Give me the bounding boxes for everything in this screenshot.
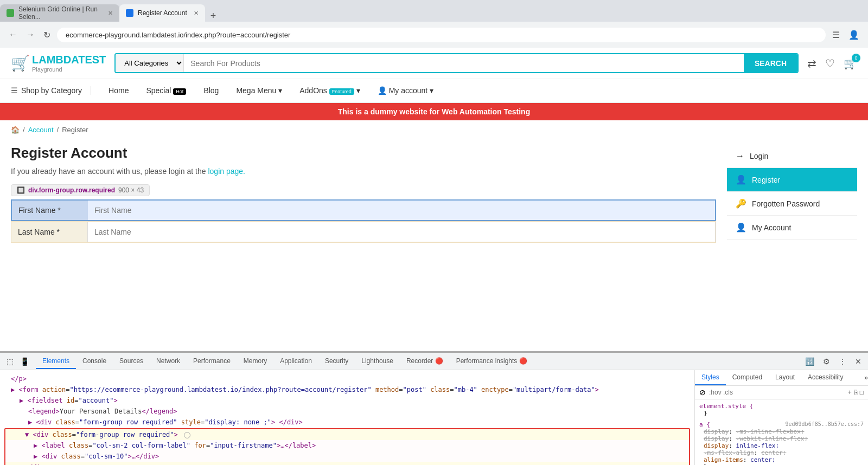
home-icon[interactable]: 🏠 xyxy=(11,126,20,134)
devtools-tab-memory[interactable]: Memory xyxy=(237,354,273,369)
nav-my-account[interactable]: 👤 My account ▾ xyxy=(369,80,442,101)
copy-style-button[interactable]: ⎘ xyxy=(854,389,858,396)
reload-button[interactable]: ↻ xyxy=(41,28,53,42)
register-tab-close[interactable]: ✕ xyxy=(194,10,199,17)
breadcrumb-separator-2: / xyxy=(57,126,59,134)
add-style-button[interactable]: + xyxy=(848,389,852,396)
styles-filter-bar: ⊘ + ⎘ □ xyxy=(695,386,868,399)
prop-display-webkit: display: -webkit-inline-flex; xyxy=(704,435,864,442)
devtools-settings-button[interactable]: ⚙ xyxy=(821,356,832,367)
styles-tab-computed[interactable]: Computed xyxy=(726,370,769,385)
register-favicon xyxy=(126,9,133,17)
search-button[interactable]: SEARCH xyxy=(744,54,797,72)
main-content: Register Account If you already have an … xyxy=(11,145,716,318)
filter-icon: ⊘ xyxy=(699,388,706,397)
devtools-inspect-icon[interactable]: ⬚ xyxy=(4,356,16,367)
nav-mega-menu[interactable]: Mega Menu ▾ xyxy=(227,80,291,101)
elements-panel: </p> ▶ <form action="https://ecommerce-p… xyxy=(0,370,694,465)
nav-home[interactable]: Home xyxy=(100,80,137,101)
header-icons: ⇄ ♡ 🛒 0 xyxy=(807,57,857,70)
back-button[interactable]: ← xyxy=(7,28,20,42)
devtools-more-button[interactable]: ⋮ xyxy=(837,356,848,367)
cart-button[interactable]: 🛒 0 xyxy=(844,57,857,70)
styles-expand-button[interactable]: » xyxy=(864,370,868,385)
code-line-div-selected[interactable]: ▼ <div class="form-group row required"> xyxy=(5,429,689,440)
devtools-tab-lighthouse[interactable]: Lighthouse xyxy=(355,354,400,369)
tab-register[interactable]: Register Account ✕ xyxy=(119,4,205,22)
shop-by-category[interactable]: ☰ Shop by Category xyxy=(11,86,91,95)
code-line-legend: <legend>Your Personal Details</legend> xyxy=(0,406,694,417)
cart-badge: 0 xyxy=(852,54,860,62)
sidebar-item-login[interactable]: → Login xyxy=(727,145,857,168)
tab-selenium[interactable]: Selenium Grid Online | Run Selen... ✕ xyxy=(0,4,119,22)
devtools-tab-performance-insights[interactable]: Performance insights 🔴 xyxy=(450,354,534,369)
devtools-tab-sources[interactable]: Sources xyxy=(113,354,150,369)
breadcrumb-account[interactable]: Account xyxy=(28,126,54,134)
extensions-button[interactable]: ☰ xyxy=(830,28,842,42)
devtools-body: </p> ▶ <form action="https://ecommerce-p… xyxy=(0,370,868,465)
devtools-tab-recorder[interactable]: Recorder 🔴 xyxy=(400,354,450,369)
code-line-p-close: </p> xyxy=(0,373,694,384)
lastname-input[interactable] xyxy=(87,222,716,242)
new-tab-button[interactable]: + xyxy=(207,10,220,22)
circle-button[interactable] xyxy=(184,432,190,438)
devtools-tab-console[interactable]: Console xyxy=(76,354,113,369)
devtools-tab-performance[interactable]: Performance xyxy=(187,354,237,369)
nav-special[interactable]: SpecialHot xyxy=(137,80,195,101)
compare-button[interactable]: ⇄ xyxy=(807,57,816,70)
styles-tab-accessibility[interactable]: Accessibility xyxy=(801,370,850,385)
devtools-tab-security[interactable]: Security xyxy=(318,354,355,369)
address-input[interactable] xyxy=(57,28,826,42)
nav-blog[interactable]: Blog xyxy=(195,80,227,101)
firstname-input[interactable] xyxy=(88,201,715,220)
element-name: div.form-group.row.required xyxy=(28,186,115,194)
site-header: 🛒 LAMBDATEST Playground All Categories S… xyxy=(0,48,868,79)
category-select[interactable]: All Categories xyxy=(116,54,184,72)
sidebar-item-forgotten-password[interactable]: 🔑 Forgotten Password xyxy=(727,192,857,216)
subtitle: If you already have an account with us, … xyxy=(11,167,716,176)
sidebar-item-register[interactable]: 👤 Register xyxy=(727,168,857,192)
sidebar-item-my-account[interactable]: 👤 My Account xyxy=(727,216,857,240)
rule-element-style: element.style { } xyxy=(699,403,864,417)
category-label: Shop by Category xyxy=(21,86,82,95)
forward-button[interactable]: → xyxy=(24,28,37,42)
devtools-tab-elements[interactable]: Elements xyxy=(36,354,76,369)
prop-display: display: inline-flex; xyxy=(704,442,864,449)
selenium-tab-close[interactable]: ✕ xyxy=(108,10,113,17)
search-input[interactable] xyxy=(184,54,744,72)
breadcrumb: 🏠 / Account / Register xyxy=(0,120,868,139)
prop-ms-flex-align: -ms-flex-align: center; xyxy=(704,449,864,456)
page-area: 🛒 LAMBDATEST Playground All Categories S… xyxy=(0,48,868,351)
devtools-device-icon[interactable]: 📱 xyxy=(18,356,31,367)
code-line-fieldset[interactable]: ▶ <fieldset id="account"> xyxy=(0,395,694,406)
prop-align-items: align-items: center; xyxy=(704,456,864,463)
devtools-dock-button[interactable]: 🔢 xyxy=(803,356,816,367)
search-bar: All Categories SEARCH xyxy=(114,53,799,73)
styles-tab-layout[interactable]: Layout xyxy=(769,370,801,385)
devtools-tab-application[interactable]: Application xyxy=(273,354,318,369)
styles-filter-input[interactable] xyxy=(709,389,845,396)
subtitle-text: If you already have an account with us, … xyxy=(11,167,206,176)
code-line-form[interactable]: ▶ <form action="https://ecommerce-playgr… xyxy=(0,384,694,395)
register-tab-label: Register Account xyxy=(138,9,187,17)
page-content: Register Account If you already have an … xyxy=(0,139,868,324)
site-nav: ☰ Shop by Category Home SpecialHot Blog … xyxy=(0,79,868,103)
address-bar-row: ← → ↻ ☰ 👤 xyxy=(0,22,868,48)
user-button[interactable]: 👤 xyxy=(846,28,861,42)
devtools-tab-network[interactable]: Network xyxy=(150,354,187,369)
code-line-div-col[interactable]: ▶ <div class="col-sm-10">…</div> xyxy=(5,451,689,462)
devtools-tab-bar: ⬚ 📱 Elements Console Sources Network Per… xyxy=(0,353,868,370)
styles-content: element.style { } a { 9ed09db6f85..8b57e… xyxy=(695,399,868,465)
code-line-div-close: </div> xyxy=(5,462,689,465)
toggle-style-button[interactable]: □ xyxy=(860,389,864,396)
register-label: Register xyxy=(752,176,780,184)
nav-addons[interactable]: AddOnsFeatured ▾ xyxy=(291,80,369,101)
wishlist-button[interactable]: ♡ xyxy=(825,57,835,70)
devtools-close-button[interactable]: ✕ xyxy=(853,356,864,367)
styles-tab-styles[interactable]: Styles xyxy=(695,370,726,385)
code-line-label[interactable]: ▶ <label class="col-sm-2 col-form-label"… xyxy=(5,440,689,451)
login-page-link[interactable]: login page. xyxy=(208,167,245,176)
firstname-row: First Name * xyxy=(11,199,716,221)
a-selector-1: a { xyxy=(699,421,710,428)
lastname-row: Last Name * xyxy=(11,221,716,243)
